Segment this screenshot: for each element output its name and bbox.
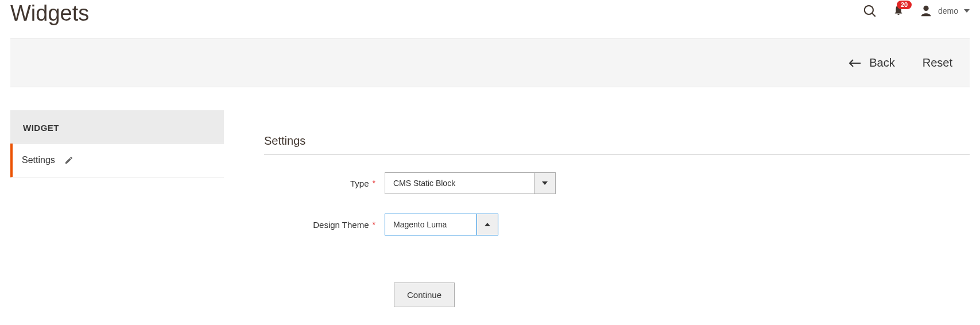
type-label: Type (350, 179, 369, 188)
svg-line-1 (872, 13, 876, 17)
svg-point-2 (923, 6, 928, 11)
type-select-value: CMS Static Block (385, 172, 534, 194)
back-button[interactable]: Back (849, 56, 894, 69)
user-menu[interactable]: demo (920, 5, 970, 17)
page-title: Widgets (10, 1, 89, 26)
chevron-down-icon (964, 8, 970, 14)
sidebar-group-label: WIDGET (10, 110, 224, 144)
required-mark: * (373, 220, 375, 229)
user-icon (920, 5, 932, 17)
svg-point-0 (865, 6, 873, 14)
design-theme-select-value: Magento Luma (385, 214, 477, 235)
back-label: Back (869, 56, 894, 69)
continue-button[interactable]: Continue (394, 283, 455, 307)
notification-badge: 20 (897, 1, 912, 9)
design-theme-label: Design Theme (313, 220, 369, 230)
type-select-toggle[interactable] (534, 172, 556, 194)
actions-bar: Back Reset (10, 38, 970, 87)
reset-button[interactable]: Reset (923, 56, 952, 69)
design-theme-select[interactable]: Magento Luma (385, 214, 498, 235)
required-mark: * (373, 179, 375, 188)
chevron-down-icon (542, 180, 548, 186)
sidebar-item-label: Settings (22, 155, 55, 165)
section-divider (264, 154, 970, 155)
sidebar-item-settings[interactable]: Settings (10, 144, 224, 177)
type-select[interactable]: CMS Static Block (385, 172, 556, 194)
design-theme-select-toggle[interactable] (477, 214, 498, 235)
search-icon[interactable] (862, 3, 877, 18)
section-title: Settings (264, 134, 970, 148)
notifications-icon[interactable]: 20 (892, 5, 905, 17)
arrow-left-icon (849, 59, 861, 68)
username-label: demo (938, 6, 958, 16)
pencil-icon (64, 156, 73, 165)
sidebar: WIDGET Settings (10, 110, 224, 177)
chevron-up-icon (485, 222, 490, 227)
